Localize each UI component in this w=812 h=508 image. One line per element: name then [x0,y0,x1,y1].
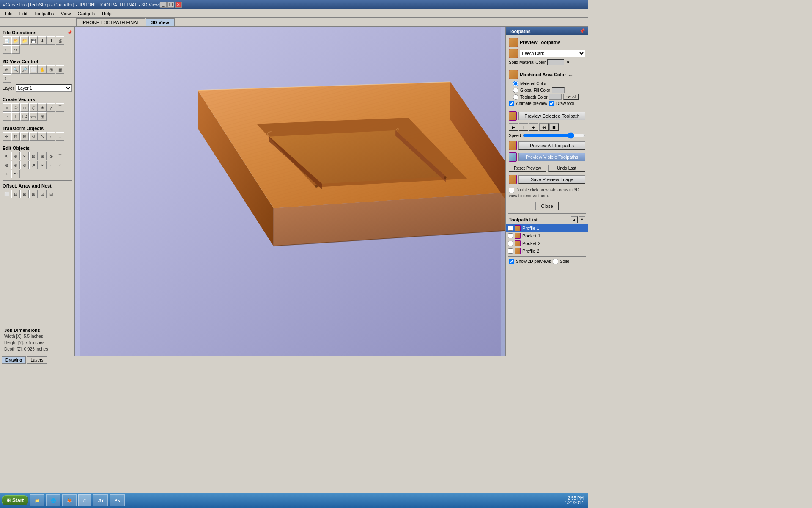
break-button[interactable]: ✂ [20,152,29,160]
view-toggle-button[interactable]: ⊞ [47,65,55,74]
redo-button[interactable]: ↪ [11,45,20,54]
layers-tab[interactable]: Layers [27,356,47,364]
toolpath-item-pocket1[interactable]: Pocket 1 [506,232,588,240]
menu-edit[interactable]: Edit [16,10,31,17]
toolpath-item-profile1[interactable]: Profile 1 [506,224,588,232]
spline-button[interactable]: 〜 [3,112,11,121]
solid-material-color-swatch[interactable] [547,59,564,65]
set-all-button[interactable]: Set All [563,94,579,100]
new-file-button[interactable]: 📄 [3,36,11,45]
weld-button[interactable]: ⊞ [38,152,47,160]
toolpath-color-radio[interactable] [513,94,518,100]
menu-gadgets[interactable]: Gadgets [74,10,99,17]
toolpath-item-profile2[interactable]: Profile 2 [506,247,588,255]
shaded-button[interactable]: ▦ [56,65,64,74]
zoom-selection-button[interactable]: ⬜ [29,65,38,74]
subtract-button[interactable]: ⊖ [3,161,11,169]
list-down-button[interactable]: ▼ [579,216,585,223]
draw-tool-checkbox[interactable] [549,101,554,106]
right-panel-pin-icon[interactable]: 📌 [579,28,585,34]
align-button[interactable]: ⊡ [11,132,20,141]
play-button[interactable]: ▶ [509,123,518,131]
circle-button[interactable]: ○ [3,103,11,112]
offset-button[interactable]: ⊡ [29,152,38,160]
trim-button[interactable]: ⊘ [47,152,55,160]
cut-button[interactable]: ✂ [38,161,47,169]
array-y-button[interactable]: ⊠ [20,190,29,198]
pan-button[interactable]: ✋ [38,65,47,74]
arc-button[interactable]: ⌒ [56,103,64,112]
offset2-button[interactable]: ⬜ [3,190,11,198]
restore-button[interactable]: ❐ [167,2,174,8]
scale-button[interactable]: ⤡ [38,132,47,141]
undo-last-button[interactable]: Undo Last [548,165,586,172]
material-color-radio[interactable] [513,81,518,86]
save-button[interactable]: 💾 [29,36,38,45]
open-recent-button[interactable]: 📁 [20,36,29,45]
speed-slider[interactable] [523,133,585,138]
flip-button[interactable]: ↔ [47,132,55,141]
nest-adv-button[interactable]: ⊟ [47,190,55,198]
skip-last-button[interactable]: ⏮ [539,123,549,131]
profile1-checkbox[interactable] [508,226,513,231]
ellipse-button[interactable]: ⬭ [11,103,20,112]
group-button[interactable]: ⊞ [20,132,29,141]
show-2d-checkbox[interactable] [509,259,514,264]
preview-all-button[interactable]: Preview All Toolpaths [518,141,585,150]
minimize-button[interactable]: _ [160,2,167,8]
rotate-button[interactable]: ↻ [29,132,38,141]
intersect-button[interactable]: ⊙ [20,161,29,169]
export-button[interactable]: ⬆ [47,36,55,45]
wave-button[interactable]: 〜 [11,170,20,178]
line-button[interactable]: ╱ [47,103,55,112]
toolpath-color-swatch[interactable] [549,94,562,100]
import-button[interactable]: ⬇ [38,36,47,45]
menu-help[interactable]: Help [99,10,115,17]
global-fill-swatch[interactable] [552,87,565,93]
drawing-tab[interactable]: Drawing [2,356,26,364]
skip-end-button[interactable]: ⏭ [529,123,538,131]
layer-select[interactable]: Layer 1 [16,84,72,92]
print-button[interactable]: 🖨 [56,36,64,45]
close-button[interactable]: Close [535,202,558,210]
zoom-out-button[interactable]: 🔎 [20,65,29,74]
animate-preview-checkbox[interactable] [509,101,514,106]
preview-selected-button[interactable]: Preview Selected Toolpath [518,112,585,120]
dimension-button[interactable]: ⟺ [29,112,38,121]
mirror-button[interactable]: ↕ [56,132,64,141]
menu-file[interactable]: File [2,10,16,17]
reset-preview-button[interactable]: Reset Preview [509,165,546,172]
array-x-button[interactable]: ⊟ [11,190,20,198]
preview-visible-button[interactable]: Preview Visible Toolpaths [518,153,585,161]
wireframe-button[interactable]: ⬡ [3,74,11,83]
move-button[interactable]: ✛ [3,132,11,141]
table-button[interactable]: ⊞ [38,112,47,121]
zoom-extent-button[interactable]: ⊕ [3,65,11,74]
pause-button[interactable]: ⏸ [519,123,528,131]
arc-edit-button[interactable]: ⌓ [47,161,55,169]
menu-toolpaths[interactable]: Toolpaths [31,10,58,17]
union-button[interactable]: ⊗ [11,161,20,169]
extend-button[interactable]: ↗ [29,161,38,169]
open-file-button[interactable]: 📂 [11,36,20,45]
nest-button[interactable]: ⊞ [29,190,38,198]
text-arc-button[interactable]: T↺ [20,112,29,121]
nest-config-button[interactable]: ⊡ [38,190,47,198]
star-button[interactable]: ★ [38,103,47,112]
solid-checkbox[interactable] [553,259,558,264]
chevron-right-button[interactable]: › [3,170,11,178]
text-button[interactable]: T [11,112,20,121]
global-fill-radio[interactable] [513,88,518,93]
toolpath-item-pocket2[interactable]: Pocket 2 [506,240,588,247]
waste-areas-checkbox[interactable] [509,188,514,193]
rect-button[interactable]: □ [20,103,29,112]
chevron-left-button[interactable]: ‹ [56,161,64,169]
tab-iphone[interactable]: IPHONE TOOLPATH FINAL [76,18,145,26]
node-edit-button[interactable]: ↖ [3,152,11,160]
close-button[interactable]: ✕ [175,2,182,8]
join-button[interactable]: ⊕ [11,152,20,160]
profile2-checkbox[interactable] [508,248,513,254]
solid-material-dropdown-icon[interactable]: ▼ [566,60,570,65]
save-preview-button[interactable]: Save Preview Image [518,175,585,184]
polygon-button[interactable]: ⬡ [29,103,38,112]
